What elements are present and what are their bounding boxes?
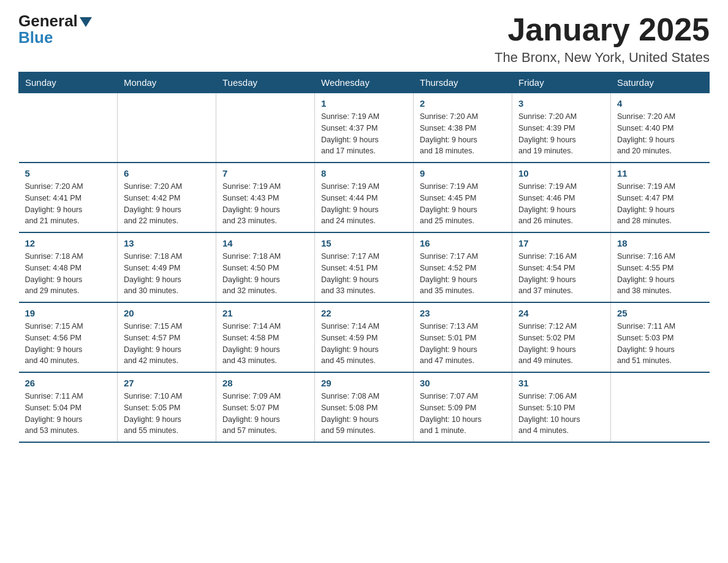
day-number: 15 bbox=[321, 238, 407, 248]
day-number: 5 bbox=[25, 168, 112, 178]
calendar-cell: 30Sunrise: 7:07 AM Sunset: 5:09 PM Dayli… bbox=[414, 372, 512, 442]
day-info: Sunrise: 7:11 AM Sunset: 5:04 PM Dayligh… bbox=[25, 391, 112, 437]
calendar-cell: 7Sunrise: 7:19 AM Sunset: 4:43 PM Daylig… bbox=[216, 163, 315, 232]
day-number: 21 bbox=[222, 308, 308, 318]
day-info: Sunrise: 7:19 AM Sunset: 4:43 PM Dayligh… bbox=[222, 181, 308, 227]
calendar-cell: 20Sunrise: 7:15 AM Sunset: 4:57 PM Dayli… bbox=[118, 302, 216, 372]
day-info: Sunrise: 7:20 AM Sunset: 4:39 PM Dayligh… bbox=[518, 111, 604, 157]
calendar-cell bbox=[19, 93, 118, 163]
calendar-cell: 6Sunrise: 7:20 AM Sunset: 4:42 PM Daylig… bbox=[118, 163, 216, 232]
day-number: 13 bbox=[124, 238, 210, 248]
calendar-week-row: 19Sunrise: 7:15 AM Sunset: 4:56 PM Dayli… bbox=[19, 302, 710, 372]
weekday-header-sunday: Sunday bbox=[19, 72, 118, 93]
day-info: Sunrise: 7:15 AM Sunset: 4:57 PM Dayligh… bbox=[124, 321, 210, 367]
day-number: 29 bbox=[321, 378, 407, 388]
day-info: Sunrise: 7:16 AM Sunset: 4:54 PM Dayligh… bbox=[518, 251, 604, 297]
calendar-cell: 1Sunrise: 7:19 AM Sunset: 4:37 PM Daylig… bbox=[315, 93, 414, 163]
day-number: 10 bbox=[518, 168, 604, 178]
month-title: January 2025 bbox=[495, 12, 710, 47]
day-info: Sunrise: 7:17 AM Sunset: 4:52 PM Dayligh… bbox=[420, 251, 506, 297]
weekday-header-thursday: Thursday bbox=[414, 72, 512, 93]
calendar-week-row: 26Sunrise: 7:11 AM Sunset: 5:04 PM Dayli… bbox=[19, 372, 710, 442]
calendar-cell: 11Sunrise: 7:19 AM Sunset: 4:47 PM Dayli… bbox=[611, 163, 710, 232]
calendar-cell: 9Sunrise: 7:19 AM Sunset: 4:45 PM Daylig… bbox=[414, 163, 512, 232]
logo-blue-text: Blue bbox=[18, 29, 92, 47]
calendar-cell: 12Sunrise: 7:18 AM Sunset: 4:48 PM Dayli… bbox=[19, 232, 118, 302]
day-number: 17 bbox=[518, 238, 604, 248]
weekday-header-friday: Friday bbox=[512, 72, 611, 93]
day-number: 1 bbox=[321, 98, 407, 109]
day-number: 20 bbox=[124, 308, 210, 318]
calendar-cell: 19Sunrise: 7:15 AM Sunset: 4:56 PM Dayli… bbox=[19, 302, 118, 372]
day-info: Sunrise: 7:08 AM Sunset: 5:08 PM Dayligh… bbox=[321, 391, 407, 437]
weekday-header-saturday: Saturday bbox=[611, 72, 710, 93]
day-number: 28 bbox=[222, 378, 308, 388]
location-title: The Bronx, New York, United States bbox=[495, 50, 710, 66]
title-area: January 2025 The Bronx, New York, United… bbox=[495, 12, 710, 66]
calendar-cell: 14Sunrise: 7:18 AM Sunset: 4:50 PM Dayli… bbox=[216, 232, 315, 302]
calendar-week-row: 5Sunrise: 7:20 AM Sunset: 4:41 PM Daylig… bbox=[19, 163, 710, 232]
day-info: Sunrise: 7:12 AM Sunset: 5:02 PM Dayligh… bbox=[518, 321, 604, 367]
calendar-cell: 27Sunrise: 7:10 AM Sunset: 5:05 PM Dayli… bbox=[118, 372, 216, 442]
day-number: 6 bbox=[124, 168, 210, 178]
day-info: Sunrise: 7:19 AM Sunset: 4:45 PM Dayligh… bbox=[420, 181, 506, 227]
day-number: 9 bbox=[420, 168, 506, 178]
logo-general-text: General bbox=[18, 12, 92, 30]
day-info: Sunrise: 7:13 AM Sunset: 5:01 PM Dayligh… bbox=[420, 321, 506, 367]
day-number: 22 bbox=[321, 308, 407, 318]
day-number: 2 bbox=[420, 98, 506, 109]
calendar-cell: 16Sunrise: 7:17 AM Sunset: 4:52 PM Dayli… bbox=[414, 232, 512, 302]
day-number: 8 bbox=[321, 168, 407, 178]
day-info: Sunrise: 7:16 AM Sunset: 4:55 PM Dayligh… bbox=[617, 251, 703, 297]
calendar-week-row: 1Sunrise: 7:19 AM Sunset: 4:37 PM Daylig… bbox=[19, 93, 710, 163]
day-number: 26 bbox=[25, 378, 112, 388]
day-info: Sunrise: 7:19 AM Sunset: 4:37 PM Dayligh… bbox=[321, 111, 407, 157]
logo-arrow-icon bbox=[80, 17, 92, 27]
day-info: Sunrise: 7:15 AM Sunset: 4:56 PM Dayligh… bbox=[25, 321, 112, 367]
day-info: Sunrise: 7:17 AM Sunset: 4:51 PM Dayligh… bbox=[321, 251, 407, 297]
calendar-cell: 5Sunrise: 7:20 AM Sunset: 4:41 PM Daylig… bbox=[19, 163, 118, 232]
day-number: 14 bbox=[222, 238, 308, 248]
calendar-cell: 29Sunrise: 7:08 AM Sunset: 5:08 PM Dayli… bbox=[315, 372, 414, 442]
calendar-cell: 28Sunrise: 7:09 AM Sunset: 5:07 PM Dayli… bbox=[216, 372, 315, 442]
calendar-cell: 8Sunrise: 7:19 AM Sunset: 4:44 PM Daylig… bbox=[315, 163, 414, 232]
day-info: Sunrise: 7:09 AM Sunset: 5:07 PM Dayligh… bbox=[222, 391, 308, 437]
calendar-cell: 17Sunrise: 7:16 AM Sunset: 4:54 PM Dayli… bbox=[512, 232, 611, 302]
calendar-cell: 31Sunrise: 7:06 AM Sunset: 5:10 PM Dayli… bbox=[512, 372, 611, 442]
calendar-cell: 21Sunrise: 7:14 AM Sunset: 4:58 PM Dayli… bbox=[216, 302, 315, 372]
day-info: Sunrise: 7:18 AM Sunset: 4:50 PM Dayligh… bbox=[222, 251, 308, 297]
day-info: Sunrise: 7:14 AM Sunset: 4:58 PM Dayligh… bbox=[222, 321, 308, 367]
day-number: 18 bbox=[617, 238, 703, 248]
weekday-header-monday: Monday bbox=[118, 72, 216, 93]
calendar-table: SundayMondayTuesdayWednesdayThursdayFrid… bbox=[18, 72, 710, 443]
calendar-cell: 2Sunrise: 7:20 AM Sunset: 4:38 PM Daylig… bbox=[414, 93, 512, 163]
day-number: 11 bbox=[617, 168, 703, 178]
calendar-cell: 22Sunrise: 7:14 AM Sunset: 4:59 PM Dayli… bbox=[315, 302, 414, 372]
calendar-cell: 10Sunrise: 7:19 AM Sunset: 4:46 PM Dayli… bbox=[512, 163, 611, 232]
day-number: 19 bbox=[25, 308, 112, 318]
day-info: Sunrise: 7:10 AM Sunset: 5:05 PM Dayligh… bbox=[124, 391, 210, 437]
day-number: 30 bbox=[420, 378, 506, 388]
day-number: 4 bbox=[617, 98, 703, 109]
logo: General Blue bbox=[18, 12, 92, 46]
day-number: 25 bbox=[617, 308, 703, 318]
weekday-header-wednesday: Wednesday bbox=[315, 72, 414, 93]
day-info: Sunrise: 7:11 AM Sunset: 5:03 PM Dayligh… bbox=[617, 321, 703, 367]
calendar-cell bbox=[216, 93, 315, 163]
day-number: 16 bbox=[420, 238, 506, 248]
day-info: Sunrise: 7:18 AM Sunset: 4:49 PM Dayligh… bbox=[124, 251, 210, 297]
calendar-cell: 3Sunrise: 7:20 AM Sunset: 4:39 PM Daylig… bbox=[512, 93, 611, 163]
header: General Blue January 2025 The Bronx, New… bbox=[18, 12, 710, 66]
calendar-cell: 26Sunrise: 7:11 AM Sunset: 5:04 PM Dayli… bbox=[19, 372, 118, 442]
calendar-cell bbox=[118, 93, 216, 163]
weekday-header-row: SundayMondayTuesdayWednesdayThursdayFrid… bbox=[19, 72, 710, 93]
day-number: 3 bbox=[518, 98, 604, 109]
day-info: Sunrise: 7:20 AM Sunset: 4:40 PM Dayligh… bbox=[617, 111, 703, 157]
weekday-header-tuesday: Tuesday bbox=[216, 72, 315, 93]
calendar-cell: 25Sunrise: 7:11 AM Sunset: 5:03 PM Dayli… bbox=[611, 302, 710, 372]
day-info: Sunrise: 7:20 AM Sunset: 4:41 PM Dayligh… bbox=[25, 181, 112, 227]
calendar-cell bbox=[611, 372, 710, 442]
calendar-cell: 15Sunrise: 7:17 AM Sunset: 4:51 PM Dayli… bbox=[315, 232, 414, 302]
calendar-week-row: 12Sunrise: 7:18 AM Sunset: 4:48 PM Dayli… bbox=[19, 232, 710, 302]
day-info: Sunrise: 7:19 AM Sunset: 4:46 PM Dayligh… bbox=[518, 181, 604, 227]
